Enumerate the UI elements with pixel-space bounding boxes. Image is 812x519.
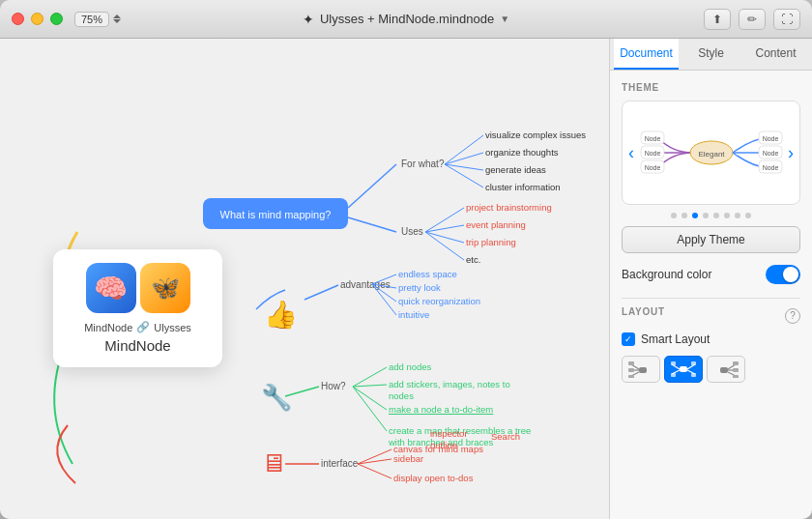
layout-right-icon xyxy=(712,360,740,378)
uses-line xyxy=(348,217,396,232)
uses-text-2: event planning xyxy=(466,219,526,230)
layout-left-icon xyxy=(627,360,654,378)
monitor-icon: 🖥 xyxy=(261,448,286,477)
dot-4 xyxy=(703,213,709,218)
zoom-up-arrow[interactable] xyxy=(113,14,121,18)
adv-text-1: endless space xyxy=(398,269,457,279)
app-window: 75% ✦ Ulysses + MindNode.mindnode ▼ ⬆ ✏ … xyxy=(0,0,812,519)
title-dropdown-icon[interactable]: ▼ xyxy=(500,14,509,24)
minimize-button[interactable] xyxy=(31,13,44,25)
how-text-2: add stickers, images, notes to xyxy=(389,379,510,389)
int-text-sidebar: sidebar xyxy=(393,453,423,464)
app-card-title: MindNode xyxy=(104,337,170,354)
svg-rect-34 xyxy=(733,361,739,365)
svg-rect-35 xyxy=(733,368,739,372)
zoom-down-arrow[interactable] xyxy=(113,19,121,23)
zoom-stepper[interactable] xyxy=(113,14,121,23)
howl3 xyxy=(353,387,387,410)
line3 xyxy=(445,164,483,170)
layout-help-icon[interactable]: ? xyxy=(785,308,800,324)
dot-7 xyxy=(735,213,740,218)
theme-prev-button[interactable]: ‹ xyxy=(624,139,638,167)
layout-left-button[interactable] xyxy=(622,356,660,383)
smart-layout-label: Smart Layout xyxy=(641,332,710,346)
ulysses-icon: 🦋 xyxy=(140,263,190,313)
dot-5 xyxy=(713,213,719,218)
title-text: Ulysses + MindNode.mindnode xyxy=(320,12,494,26)
howl2 xyxy=(353,385,387,387)
theme-preview: ‹ Elegant Node xyxy=(622,101,800,205)
int-text-outline: outline xyxy=(430,440,457,450)
theme-next-button[interactable]: › xyxy=(784,139,798,167)
svg-text:Elegant: Elegant xyxy=(698,150,725,159)
svg-rect-26 xyxy=(691,361,696,365)
svg-text:Node: Node xyxy=(762,150,778,157)
dot-8 xyxy=(745,213,751,218)
svg-text:Node: Node xyxy=(762,135,778,142)
tab-content[interactable]: Content xyxy=(743,39,808,70)
adv-line xyxy=(304,285,338,300)
line1 xyxy=(445,135,483,164)
dot-1 xyxy=(671,213,677,218)
branch-text-4: cluster information xyxy=(485,182,561,192)
uses-text-3: trip planning xyxy=(466,237,516,247)
svg-text:Node: Node xyxy=(644,150,660,157)
zoom-control[interactable]: 75% xyxy=(74,12,121,27)
tab-document[interactable]: Document xyxy=(614,39,679,70)
fullscreen-button[interactable]: ⛶ xyxy=(773,9,800,30)
tab-style[interactable]: Style xyxy=(679,39,743,70)
line4 xyxy=(445,164,483,187)
svg-rect-28 xyxy=(671,361,676,365)
useline3 xyxy=(425,232,464,243)
adv-text-4: intuitive xyxy=(398,309,429,320)
svg-text:Node: Node xyxy=(762,164,778,171)
svg-rect-18 xyxy=(628,361,634,365)
layout-center-button[interactable] xyxy=(664,356,703,383)
divider-1 xyxy=(622,298,800,299)
svg-text:Node: Node xyxy=(644,135,660,142)
edit-button[interactable]: ✏ xyxy=(739,9,766,30)
forwhat-line xyxy=(348,164,396,208)
theme-section-label: THEME xyxy=(622,82,800,93)
layout-center-icon xyxy=(670,360,697,378)
apply-theme-button[interactable]: Apply Theme xyxy=(622,226,800,253)
how-text-1: add nodes xyxy=(389,361,432,372)
panel-content: THEME ‹ Elegant xyxy=(610,71,812,519)
intl2 xyxy=(358,464,392,478)
dot-2 xyxy=(682,213,687,218)
toggle-knob xyxy=(783,267,798,282)
layout-section-header: LAYOUT ? xyxy=(622,306,800,325)
canvas-area[interactable]: What is mind mapping? For what? visualiz… xyxy=(0,39,609,519)
how-text-3: make a node a to-do-item xyxy=(389,404,493,415)
uses-text-1: project brainstorming xyxy=(466,202,552,213)
adv-text-3: quick reorganization xyxy=(398,296,480,306)
app-card-label: MindNode 🔗 Ulysses xyxy=(84,321,191,333)
howl1 xyxy=(353,367,387,387)
share-button[interactable]: ⬆ xyxy=(704,9,731,30)
theme-preview-inner: Elegant Node Node Node xyxy=(630,109,792,196)
title-icon: ✦ xyxy=(303,12,314,27)
uses-text-4: etc. xyxy=(466,254,480,265)
smart-layout-checkbox[interactable]: ✓ xyxy=(622,332,635,346)
background-color-toggle[interactable] xyxy=(766,265,800,284)
main-content: What is mind mapping? For what? visualiz… xyxy=(0,39,812,519)
svg-rect-27 xyxy=(691,373,696,377)
panel-tabs: Document Style Content xyxy=(610,39,812,71)
svg-rect-20 xyxy=(628,375,634,378)
dots-indicator xyxy=(622,213,800,218)
central-node-text: What is mind mapping? xyxy=(220,209,332,220)
traffic-lights xyxy=(12,13,63,25)
titlebar: 75% ✦ Ulysses + MindNode.mindnode ▼ ⬆ ✏ … xyxy=(0,0,812,39)
layout-right-button[interactable] xyxy=(707,356,745,383)
maximize-button[interactable] xyxy=(50,13,63,25)
svg-text:Node: Node xyxy=(644,164,660,171)
theme-preview-svg: Elegant Node Node Node xyxy=(639,114,784,191)
window-title: ✦ Ulysses + MindNode.mindnode ▼ xyxy=(303,12,509,27)
right-panel: Document Style Content THEME ‹ xyxy=(609,39,812,519)
close-button[interactable] xyxy=(12,13,24,25)
adv-text-2: pretty look xyxy=(398,282,441,293)
forwhat-label: For what? xyxy=(401,159,445,169)
mindnode-icon: 🧠 xyxy=(86,263,136,313)
connector-icon: 🔗 xyxy=(136,321,150,333)
how-label: How? xyxy=(321,381,346,391)
